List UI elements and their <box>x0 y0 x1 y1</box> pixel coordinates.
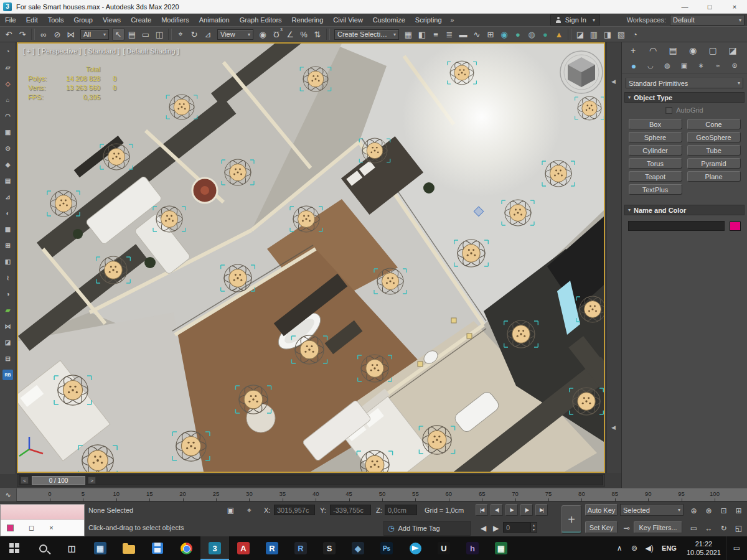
viewport-general-menu[interactable]: [ + ] <box>23 47 35 55</box>
studio-app[interactable]: h <box>458 536 487 560</box>
start-button[interactable] <box>0 536 29 560</box>
viewport-scene[interactable] <box>18 44 604 472</box>
spinner-down-icon[interactable]: ▾ <box>533 528 535 532</box>
name-and-color-rollout[interactable]: ▾ Name and Color <box>624 205 745 215</box>
left-toolbar-icon-1[interactable]: ◔ <box>2 46 13 57</box>
key-filters-icon[interactable]: ⊸ <box>620 522 633 534</box>
zoom-extents-all-icon[interactable]: ⊞ <box>732 505 745 517</box>
select-and-rotate-icon[interactable]: ↻ <box>188 28 200 40</box>
primitive-class-dropdown[interactable]: Standard Primitives ▾ <box>626 78 743 88</box>
trackbar-mini-curve-icon[interactable]: ∿ <box>0 488 17 502</box>
unlink-selection-icon[interactable]: ⊘ <box>51 28 63 40</box>
ribbon-toggle-icon[interactable]: ▬ <box>457 28 469 40</box>
object-type-rollout[interactable]: ▾ Object Type <box>624 92 745 103</box>
object-name-input[interactable] <box>628 221 725 231</box>
left-toolbar-icon-17[interactable]: ▰ <box>2 305 13 315</box>
adobe-app[interactable]: A <box>229 536 258 560</box>
category-geometry-icon[interactable]: ● <box>628 60 639 72</box>
named-selection-dropdown[interactable]: Create Selection Se▾ <box>334 29 399 40</box>
primitive-torus-button[interactable]: Torus <box>629 158 682 169</box>
left-toolbar-icon-21[interactable]: RB <box>2 370 13 380</box>
zoom-icon[interactable]: ⊕ <box>687 505 700 517</box>
primitive-pyramid-button[interactable]: Pyramid <box>687 158 741 169</box>
category-shapes-icon[interactable]: ◡ <box>645 60 656 72</box>
scene-explorer-icon[interactable]: ▧ <box>615 28 627 40</box>
restore-icon[interactable]: ◻ <box>29 524 34 532</box>
snap-toggle-3d-icon[interactable]: Ω3 <box>270 28 283 40</box>
warning-icon[interactable]: ▲ <box>553 28 565 40</box>
time-slider-handle[interactable]: 0 / 100 <box>32 476 85 485</box>
notification-center-icon[interactable]: ▭ <box>726 536 747 560</box>
previous-frame-button[interactable]: ◀| <box>491 504 503 516</box>
left-toolbar-icon-18[interactable]: ⋈ <box>2 321 13 332</box>
backup-app[interactable] <box>143 536 172 560</box>
maximize-viewport-icon[interactable]: ◱ <box>732 522 745 534</box>
close-icon[interactable]: × <box>49 524 53 531</box>
r-blue-app[interactable]: R <box>258 536 286 560</box>
y-coordinate-field[interactable]: -339,755c <box>330 505 371 515</box>
previous-key-icon[interactable]: ◀ <box>477 522 490 534</box>
select-by-name-icon[interactable]: ▤ <box>126 28 138 40</box>
tab-hierarchy-icon[interactable]: ▤ <box>667 44 679 57</box>
primitive-textplus-button[interactable]: TextPlus <box>629 184 682 195</box>
left-toolbar-icon-14[interactable]: ◧ <box>2 256 13 267</box>
collapse-arrow-icon[interactable]: ◀ <box>611 424 616 431</box>
spinner-up-icon[interactable]: ▴ <box>533 523 535 528</box>
utorrent-app[interactable]: U <box>430 536 458 560</box>
primitive-cone-button[interactable]: Cone <box>687 119 741 129</box>
menu-tools[interactable]: Tools <box>43 14 69 26</box>
menu-modifiers[interactable]: Modifiers <box>156 14 194 26</box>
next-frame-button[interactable]: |▶ <box>520 504 533 516</box>
zoom-region-icon[interactable]: ▭ <box>687 522 700 534</box>
tab-create-icon[interactable]: + <box>627 44 639 57</box>
tab-utilities-icon[interactable]: ◪ <box>726 44 739 57</box>
media-app[interactable]: ◆ <box>344 536 372 560</box>
left-toolbar-icon-3[interactable]: ◇ <box>2 78 13 89</box>
category-spacewarps-icon[interactable]: ≈ <box>712 60 723 72</box>
task-view-button[interactable]: ◫ <box>57 536 86 560</box>
zoom-all-icon[interactable]: ⊛ <box>702 505 715 517</box>
undo-icon[interactable]: ↶ <box>2 28 15 40</box>
photoshop-app[interactable]: Ps <box>372 536 401 560</box>
redo-icon[interactable]: ↷ <box>16 28 29 40</box>
language-indicator[interactable]: ENG <box>657 544 682 552</box>
render-setup-icon[interactable]: ● <box>512 28 524 40</box>
left-toolbar-icon-4[interactable]: ⌂ <box>2 95 13 105</box>
selection-lock-icon[interactable]: ▣ <box>224 504 237 516</box>
add-time-tag[interactable]: ◷ Add Time Tag <box>383 521 471 536</box>
reference-coordinate-dropdown[interactable]: View▾ <box>217 29 253 40</box>
project-folder-icon[interactable]: ◔ <box>629 28 641 40</box>
left-toolbar-icon-19[interactable]: ◪ <box>2 337 13 348</box>
primitive-geosphere-button[interactable]: GeoSphere <box>687 132 741 142</box>
menu-civil-view[interactable]: Civil View <box>328 14 367 26</box>
select-and-scale-icon[interactable]: ⊿ <box>202 28 214 40</box>
mini-listener-window[interactable]: ◻ × <box>0 504 85 536</box>
calculator-app[interactable]: ▦ <box>86 536 115 560</box>
viewport-shading-menu[interactable]: [ Default Shading ] <box>123 47 179 55</box>
perspective-viewport[interactable]: [ + ] [ Perspective ] [ Standard ] [ Def… <box>17 42 605 473</box>
rendered-frame-icon[interactable]: ◍ <box>525 28 538 40</box>
left-toolbar-icon-7[interactable]: ⊙ <box>2 143 13 154</box>
set-keys-big-button[interactable]: + <box>561 505 581 534</box>
primitive-sphere-button[interactable]: Sphere <box>629 132 682 142</box>
auto-key-button[interactable]: Auto Key <box>585 504 618 516</box>
tab-motion-icon[interactable]: ◉ <box>687 44 699 57</box>
frame-step-back-icon[interactable]: < <box>21 477 29 484</box>
volume-icon[interactable]: ◀) <box>642 544 657 553</box>
object-color-swatch[interactable] <box>730 222 741 231</box>
maximize-icon[interactable]: □ <box>697 0 722 14</box>
tab-modify-icon[interactable]: ◠ <box>647 44 659 57</box>
primitive-cylinder-button[interactable]: Cylinder <box>629 145 682 156</box>
layer-explorer-icon[interactable]: ◨ <box>601 28 614 40</box>
collapse-arrow-icon[interactable]: ◀ <box>611 78 616 85</box>
go-to-end-button[interactable]: ▶| <box>535 504 548 516</box>
menu-rendering[interactable]: Rendering <box>287 14 329 26</box>
viewport-standard-menu[interactable]: [ Standard ] <box>84 47 120 55</box>
curve-editor-icon[interactable]: ∿ <box>471 28 483 40</box>
menu-views[interactable]: Views <box>98 14 126 26</box>
frame-number-field[interactable]: 0 <box>503 522 530 533</box>
primitive-teapot-button[interactable]: Teapot <box>629 171 682 182</box>
category-cameras-icon[interactable]: ▣ <box>679 60 690 72</box>
schematic-view-icon[interactable]: ⊞ <box>484 28 497 40</box>
material-editor-icon[interactable]: ◉ <box>498 28 510 40</box>
